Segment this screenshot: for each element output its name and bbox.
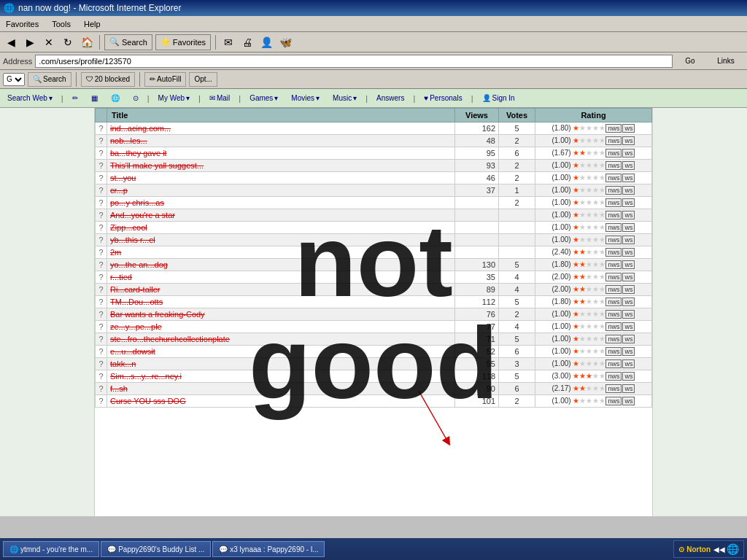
- row-votes-cell: 5: [499, 370, 535, 383]
- ws-tag: ws: [622, 124, 635, 133]
- yahoo-mail[interactable]: ✉ Mail: [205, 93, 234, 103]
- row-q-cell: ?: [96, 284, 107, 296]
- ie-search-button[interactable]: 🔍 Search: [28, 72, 71, 87]
- row-title-link[interactable]: ste...fro...thechurchcollectionplate: [110, 335, 230, 343]
- row-votes-cell: 1: [499, 184, 535, 197]
- menu-bar: Favorites Tools Help: [0, 16, 747, 32]
- star-empty: ★: [599, 236, 605, 244]
- row-title-link[interactable]: 2m: [110, 248, 121, 257]
- yahoo-games[interactable]: Games ▾: [245, 93, 282, 103]
- row-rating-cell: (2.17) ★★★★★ nwsws: [535, 383, 652, 395]
- yahoo-layout[interactable]: ▦: [87, 93, 102, 103]
- row-title-link[interactable]: Ri...card-taller: [110, 285, 160, 294]
- yahoo-movies[interactable]: Movies ▾: [287, 93, 324, 103]
- refresh-button[interactable]: ↻: [60, 34, 76, 50]
- yahoo-answers[interactable]: Answers: [372, 93, 409, 103]
- search-button[interactable]: 🔍 Search: [104, 34, 152, 50]
- print-button[interactable]: 🖨: [239, 34, 255, 50]
- yahoo-sep-6: |: [413, 94, 415, 103]
- row-q-cell: ?: [96, 160, 107, 172]
- row-title-link[interactable]: TM...Dou...otts: [110, 298, 163, 306]
- page-wrapper: not good Title Views Votes Rating ?ind..…: [0, 108, 747, 516]
- nws-tag: nws: [605, 322, 622, 331]
- address-input[interactable]: [35, 55, 673, 68]
- star-empty: ★: [599, 136, 605, 144]
- taskbar-buddy-list[interactable]: 💬 Pappy2690's Buddy List ...: [101, 541, 211, 557]
- blocked-button[interactable]: 🛡 20 blocked: [81, 72, 135, 87]
- search-icon: 🔍: [109, 37, 120, 47]
- row-title-link[interactable]: f...sh: [110, 384, 128, 393]
- yahoo-globe[interactable]: 🌐: [107, 93, 124, 103]
- yahoo-my-web[interactable]: My Web ▾: [154, 93, 195, 103]
- forward-button[interactable]: ▶: [22, 34, 38, 50]
- menu-favorites[interactable]: Favorites: [3, 18, 42, 30]
- row-title-link[interactable]: st...you: [110, 174, 136, 182]
- yahoo-signin[interactable]: 👤 Sign In: [478, 93, 519, 103]
- favorites-button[interactable]: ⭐ Favorites: [155, 34, 211, 50]
- nws-tag: nws: [605, 136, 622, 145]
- yahoo-personals[interactable]: ♥ Personals: [419, 93, 466, 103]
- nws-ws-tags: nwsws: [605, 335, 635, 343]
- row-title-link[interactable]: This'll make yall suggest...: [110, 161, 204, 170]
- options-button[interactable]: Opt...: [189, 72, 217, 87]
- row-views-cell: 93: [455, 160, 499, 172]
- go-button[interactable]: Go: [676, 53, 705, 69]
- row-views-cell: 130: [455, 259, 499, 271]
- mail-button[interactable]: ✉: [220, 34, 236, 50]
- links-button[interactable]: Links: [708, 53, 744, 69]
- ws-tag: ws: [622, 347, 635, 356]
- autofill-button[interactable]: ✏ AutoFill: [144, 72, 186, 87]
- row-title-link[interactable]: po...y chris...as: [110, 198, 164, 207]
- nws-tag: nws: [605, 149, 622, 158]
- row-title-link[interactable]: Bar wants a freaking-Cody: [110, 310, 205, 319]
- person-button[interactable]: 👤: [258, 34, 274, 50]
- row-title-link[interactable]: And...you're a star: [110, 211, 175, 219]
- search-dropdown[interactable]: G: [3, 73, 25, 86]
- taskbar-lynaaa[interactable]: 💬 x3 lynaaa : Pappy2690 - l...: [212, 541, 325, 557]
- stop-button[interactable]: ✕: [41, 34, 57, 50]
- rating-value: (1.00): [552, 198, 573, 206]
- yahoo-edit[interactable]: ✏: [68, 93, 82, 103]
- row-title-link[interactable]: e...u...dowsit: [110, 347, 155, 356]
- yahoo-search-web[interactable]: Search Web ▾: [3, 93, 57, 103]
- row-title-link[interactable]: nob...les...: [110, 136, 147, 145]
- row-q-cell: ?: [96, 271, 107, 284]
- col-header-votes: Votes: [499, 109, 535, 122]
- taskbar-ytmnd[interactable]: 🌐 ytmnd - you're the m...: [3, 541, 99, 557]
- row-votes-cell: 2: [499, 197, 535, 209]
- title-bar: 🌐 nan now dog! - Microsoft Internet Expl…: [0, 0, 747, 16]
- row-title-link[interactable]: Curse YOU sss DOG: [110, 397, 186, 405]
- msn-button[interactable]: 🦋: [277, 34, 293, 50]
- row-rating-cell: (2.40) ★★★★★ nwsws: [535, 246, 652, 259]
- menu-help[interactable]: Help: [81, 18, 104, 30]
- nws-tag: nws: [605, 161, 622, 170]
- row-title-link[interactable]: Sim...s...y...re...ney.i: [110, 372, 182, 381]
- menu-tools[interactable]: Tools: [49, 18, 74, 30]
- row-views-cell: [455, 222, 499, 234]
- row-title-link[interactable]: r...tied: [110, 273, 132, 281]
- nws-ws-tags: nwsws: [605, 248, 635, 257]
- row-title-link[interactable]: ze...y...pe...ple: [110, 322, 162, 331]
- row-q-cell: ?: [96, 346, 107, 358]
- row-title-link[interactable]: Zipp...cool: [110, 223, 147, 232]
- row-title-link[interactable]: ba...they gave it: [110, 149, 167, 158]
- row-title-link[interactable]: takk...n: [110, 359, 136, 368]
- taskbar-ytmnd-icon: 🌐: [9, 545, 18, 553]
- rating-value: (1.00): [552, 223, 573, 231]
- rating-value: (1.00): [552, 359, 573, 368]
- rating-value: (1.00): [552, 397, 573, 405]
- row-title-link[interactable]: ind...acing.com...: [110, 124, 171, 133]
- row-views-cell: 76: [455, 308, 499, 321]
- ws-tag: ws: [622, 397, 635, 405]
- row-title-cell: Curse YOU sss DOG: [107, 395, 455, 408]
- row-title-link[interactable]: yb...this r...el: [110, 236, 155, 244]
- back-button[interactable]: ◀: [3, 34, 19, 50]
- nws-ws-tags: nwsws: [605, 273, 635, 281]
- home-button[interactable]: 🏠: [79, 34, 95, 50]
- rating-value: (1.00): [552, 174, 573, 182]
- yahoo-music[interactable]: Music ▾: [328, 93, 361, 103]
- yahoo-circle[interactable]: ⊙: [128, 93, 143, 103]
- row-title-link[interactable]: yo...the an...dog: [110, 260, 168, 269]
- table-row: ?st...you462(1.00) ★★★★★ nwsws: [96, 172, 652, 184]
- row-title-link[interactable]: cr...p: [110, 186, 128, 195]
